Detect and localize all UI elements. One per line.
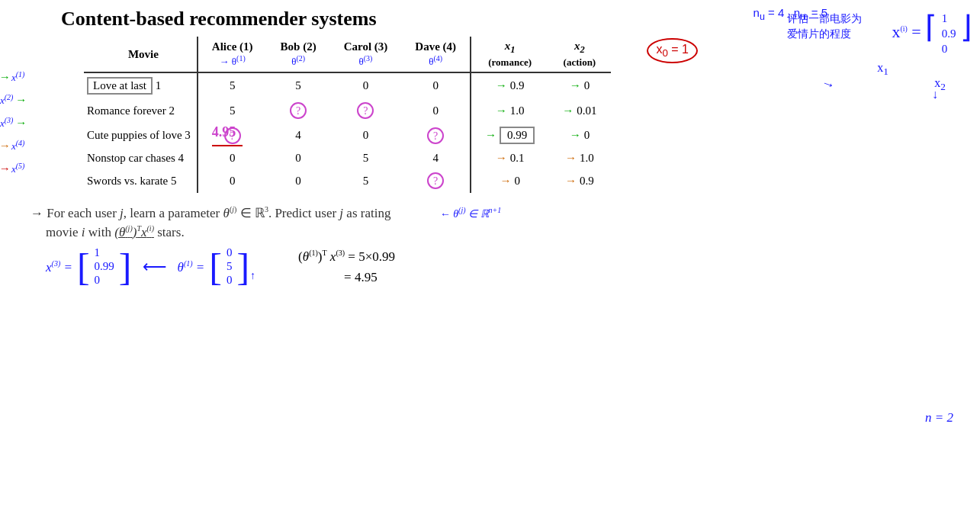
bottom-math-row: x(3) = [ 1 0.99 0 ] ⟵ θ(1) = [ 0 5 0 ] ↑… bbox=[46, 246, 965, 287]
bottom-section: → For each user j, learn a parameter θ(j… bbox=[23, 205, 965, 240]
feature-val-x1-5: → 0 bbox=[485, 175, 535, 188]
feature-val-x2-5: → 0.9 bbox=[562, 175, 596, 188]
table-wrapper: → x(1) x(2) → x(3) → → x(4) bbox=[38, 37, 611, 193]
feature-val-x1-3: → 0.99 bbox=[485, 127, 535, 144]
movie-name-4: Nonstop car chases 4 bbox=[84, 148, 198, 169]
cell-alice-2: 5 bbox=[198, 98, 267, 123]
feature-box-x1-3: 0.99 bbox=[500, 127, 535, 144]
right-calc: (θ(1))T x(3) = 5×0.99 = 4.95 bbox=[298, 246, 395, 287]
cell-alice-1: 5 bbox=[198, 72, 267, 98]
x3-val-3: 0 bbox=[95, 274, 114, 287]
calc-line1: (θ(1))T x(3) = 5×0.99 bbox=[298, 246, 395, 267]
theta1-label: θ(1) = bbox=[178, 259, 205, 275]
x3-label: x(3) = bbox=[46, 259, 72, 275]
main-table: Movie Alice (1) → θ(1) Bob (2) θ(2) Caro… bbox=[84, 37, 611, 193]
cell-x2-4: → 1.0 bbox=[548, 148, 610, 169]
cell-x1-2: → 1.0 bbox=[471, 98, 548, 123]
table-row: Love at last 1 5 5 0 0 → 0.9 bbox=[84, 72, 611, 98]
circled-q-dave3: ? bbox=[427, 127, 444, 144]
movie-name-1: Love at last 1 bbox=[84, 72, 198, 98]
col-header-dave: Dave (4) θ(4) bbox=[401, 37, 471, 72]
bottom-line1: → For each user j, learn a parameter θ(j… bbox=[31, 205, 965, 221]
cell-x1-3: → 0.99 bbox=[471, 123, 548, 148]
cell-bob-1: 5 bbox=[267, 72, 330, 98]
table-row: Nonstop car chases 4 0 0 5 4 → 0.1 → bbox=[84, 148, 611, 169]
table-section: → x(1) x(2) → x(3) → → x(4) bbox=[38, 37, 965, 196]
cell-carol-3: 0 bbox=[330, 123, 402, 148]
table-row: Swords vs. karate 5 0 0 5 ? → 0 → 0. bbox=[84, 169, 611, 193]
row-label-5: → x(5) bbox=[0, 157, 26, 180]
col-header-x1: x1(romance) bbox=[471, 37, 548, 72]
feature-val-x1-4: → 0.1 bbox=[485, 152, 535, 165]
table-row: Romance forever 2 5 ? ? 0 → 1.0 → 0. bbox=[84, 98, 611, 123]
x3-val-2: 0.99 bbox=[95, 260, 114, 273]
row-label-3: x(3) → bbox=[0, 111, 26, 134]
cell-x2-3: → 0 bbox=[548, 123, 610, 148]
movie-name-2: Romance forever 2 bbox=[84, 98, 198, 123]
feature-val-x2-4: → 1.0 bbox=[562, 152, 596, 165]
cell-carol-5: 5 bbox=[330, 169, 402, 193]
upward-arrow-theta: ↑ bbox=[250, 270, 255, 282]
theta1-matrix: 0 5 0 bbox=[227, 246, 233, 287]
col-header-x2: x2(action) bbox=[548, 37, 610, 72]
cell-carol-1: 0 bbox=[330, 72, 402, 98]
col-header-bob: Bob (2) θ(2) bbox=[267, 37, 330, 72]
cell-x1-1: → 0.9 bbox=[471, 72, 548, 98]
circled-q-dave5: ? bbox=[427, 172, 444, 189]
theta1-val-2: 5 bbox=[227, 260, 233, 273]
circled-q-bob2: ? bbox=[290, 102, 307, 119]
cell-dave-5: ? bbox=[401, 169, 471, 193]
row-label-4: → x(4) bbox=[0, 134, 26, 157]
cell-bob-5: 0 bbox=[267, 169, 330, 193]
cell-x2-5: → 0.9 bbox=[548, 169, 610, 193]
cell-x2-1: → 0 bbox=[548, 72, 610, 98]
cell-dave-4: 4 bbox=[401, 148, 471, 169]
cell-dave-3: ? bbox=[401, 123, 471, 148]
x3-val-1: 1 bbox=[95, 246, 114, 259]
feature-val-x2-2: → 0.01 bbox=[562, 104, 596, 117]
movie-name-3: Cute puppies of love 3 bbox=[84, 123, 198, 148]
theta1-val-3: 0 bbox=[227, 274, 233, 287]
cell-alice-5: 0 bbox=[198, 169, 267, 193]
main-container: Content-based recommender systems nu = 4… bbox=[0, 0, 980, 517]
n-equals-2: n = 2 bbox=[925, 410, 953, 425]
row-labels: → x(1) x(2) → x(3) → → x(4) bbox=[0, 66, 26, 180]
col-header-carol: Carol (3) θ(3) bbox=[330, 37, 402, 72]
cell-carol-4: 5 bbox=[330, 148, 402, 169]
row-label-1: → x(1) bbox=[0, 66, 26, 88]
cell-alice-4: 0 bbox=[198, 148, 267, 169]
right-bracket-x3: ] bbox=[119, 251, 132, 284]
cell-bob-3: 4 bbox=[267, 123, 330, 148]
cell-x1-4: → 0.1 bbox=[471, 148, 548, 169]
feature-val-x1-2: → 1.0 bbox=[485, 104, 535, 117]
left-bracket-x3: [ bbox=[77, 251, 90, 284]
theta1-val-1: 0 bbox=[227, 246, 233, 259]
theta1-block: θ(1) = bbox=[178, 259, 205, 275]
movie-name-5: Swords vs. karate 5 bbox=[84, 169, 198, 193]
movie-boxed-1: Love at last bbox=[87, 77, 153, 95]
feature-val-x2-3: → 0 bbox=[562, 129, 596, 142]
cell-bob-2: ? bbox=[267, 98, 330, 123]
annotation-495: 4.95 bbox=[212, 124, 236, 140]
bottom-line2: movie i with (θ(j))Tx(i) stars. bbox=[46, 224, 965, 240]
cell-x2-2: → 0.01 bbox=[548, 98, 610, 123]
feature-val-x2-1: → 0 bbox=[562, 79, 596, 92]
x3-matrix: 1 0.99 0 bbox=[95, 246, 114, 287]
cell-dave-2: 0 bbox=[401, 98, 471, 123]
left-bracket-theta1: [ bbox=[209, 251, 222, 284]
cell-dave-1: 0 bbox=[401, 72, 471, 98]
arrow-mid: ⟵ bbox=[143, 257, 167, 277]
row-label-2: x(2) → bbox=[0, 88, 26, 111]
cell-carol-2: ? bbox=[330, 98, 402, 123]
col-header-alice: Alice (1) → θ(1) bbox=[198, 37, 267, 72]
cell-x1-5: → 0 bbox=[471, 169, 548, 193]
cell-bob-4: 0 bbox=[267, 148, 330, 169]
circled-q-carol2: ? bbox=[357, 102, 374, 119]
right-bracket-theta1: ] bbox=[236, 251, 249, 284]
cell-alice-3: ? 4.95 bbox=[198, 123, 267, 148]
table-row: Cute puppies of love 3 ? 4.95 4 0 ? bbox=[84, 123, 611, 148]
col-header-movie: Movie bbox=[84, 37, 198, 72]
feature-val-x1-1: → 0.9 bbox=[485, 79, 535, 92]
calc-line2: = 4.95 bbox=[344, 267, 395, 287]
